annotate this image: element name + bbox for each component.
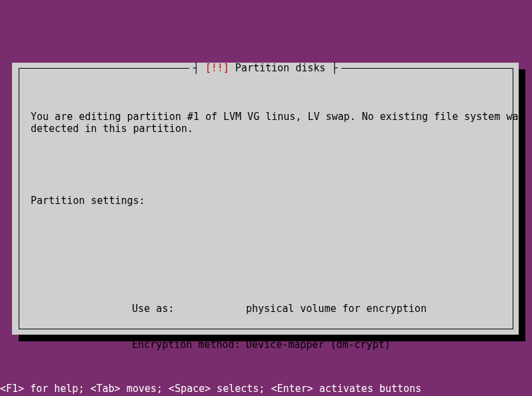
setting-row[interactable]: Encryption method:Device-mapper (dm-cryp…: [132, 339, 507, 351]
title-marker: [!!]: [205, 62, 229, 74]
partition-dialog: ┤ [!!] Partition disks ├ You are editing…: [12, 63, 519, 335]
settings-group-1: Use as:physical volume for encryption En…: [132, 279, 507, 375]
dialog-content: You are editing partition #1 of LVM VG l…: [31, 87, 507, 396]
dialog-title-bar: ┤ [!!] Partition disks ├: [12, 63, 519, 73]
footer-help-text: <F1> for help; <Tab> moves; <Space> sele…: [0, 383, 532, 396]
dialog-title: Partition disks: [235, 62, 325, 74]
setting-label: Encryption method:: [132, 339, 246, 351]
line-dash-left: ┤: [193, 62, 205, 74]
setting-label: Use as:: [132, 303, 246, 315]
settings-heading: Partition settings:: [31, 195, 507, 207]
setting-value: Device-mapper (dm-crypt): [246, 339, 391, 351]
setting-row[interactable]: Use as:physical volume for encryption: [132, 303, 507, 315]
line-dash-right: ├: [325, 62, 337, 74]
setting-value: physical volume for encryption: [246, 303, 427, 315]
description-text: You are editing partition #1 of LVM VG l…: [31, 111, 507, 135]
